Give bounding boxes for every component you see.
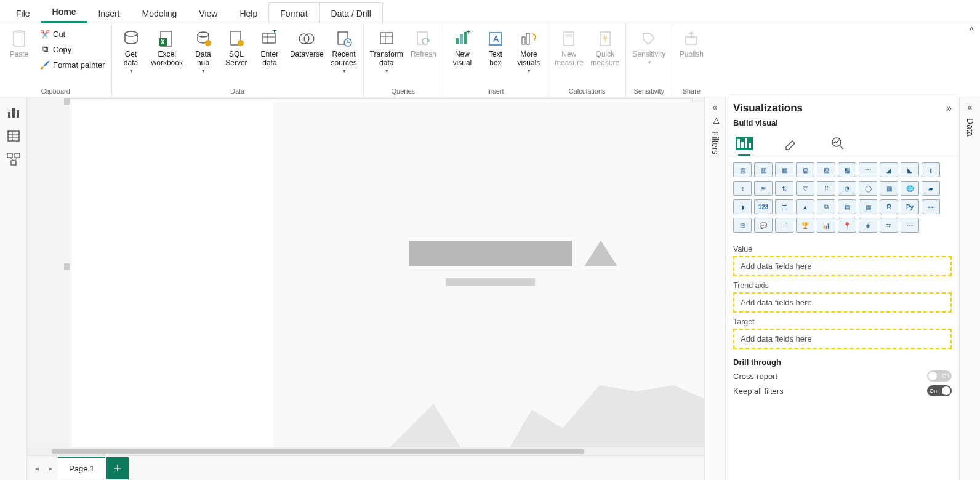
viz-line[interactable]: 〰 [859, 162, 877, 177]
add-page-button[interactable]: + [106, 457, 129, 479]
viz-goals[interactable]: 🏆 [796, 218, 814, 233]
svg-rect-0 [14, 31, 25, 46]
viz-100-column[interactable]: ▩ [838, 162, 856, 177]
viz-card[interactable]: 123 [754, 199, 773, 214]
viz-line-column[interactable]: ⫿ [922, 162, 940, 177]
trend-axis-well-dropzone[interactable]: Add data fields here [733, 292, 952, 313]
data-view-button[interactable] [7, 129, 20, 143]
tab-view[interactable]: View [188, 3, 228, 23]
target-well-dropzone[interactable]: Add data fields here [733, 329, 952, 349]
viz-100-bar[interactable]: ▨ [817, 162, 835, 177]
tab-insert[interactable]: Insert [87, 3, 131, 23]
viz-waterfall[interactable]: ⇅ [775, 181, 793, 196]
visual-placeholder[interactable] [273, 102, 704, 447]
viz-automate[interactable]: ⮓ [880, 218, 898, 233]
report-page[interactable] [70, 99, 692, 447]
new-visual-button[interactable]: +New visual [447, 27, 478, 69]
report-view-button[interactable] [7, 106, 20, 119]
copy-button[interactable]: ⧉Copy [37, 42, 108, 56]
viz-gauge[interactable]: ◗ [733, 199, 752, 214]
viz-map[interactable]: 🌐 [901, 181, 919, 196]
viz-arcgis[interactable]: 📍 [838, 218, 856, 233]
tab-format[interactable]: Format [268, 2, 319, 23]
text-box-button[interactable]: AText box [480, 27, 511, 69]
viz-stacked-column[interactable]: ▦ [775, 162, 793, 177]
enter-data-button[interactable]: +Enter data [254, 27, 285, 69]
format-painter-button[interactable]: 🖌️Format painter [37, 58, 108, 71]
viz-key-influencers[interactable]: ⊶ [922, 199, 940, 214]
viz-table[interactable]: ▤ [838, 199, 856, 214]
model-view-button[interactable] [7, 153, 20, 166]
viz-clustered-column[interactable]: ▧ [796, 162, 814, 177]
value-well-dropzone[interactable]: Add data fields here [733, 256, 952, 276]
report-canvas[interactable] [27, 97, 704, 447]
viz-matrix[interactable]: ▦ [859, 199, 877, 214]
viz-kpi[interactable]: ▲ [796, 199, 814, 214]
viz-powerapps[interactable]: ◈ [859, 218, 877, 233]
refresh-button[interactable]: Refresh [408, 27, 439, 60]
viz-slicer[interactable]: ⧉ [817, 199, 835, 214]
viz-clustered-bar[interactable]: ▥ [754, 162, 773, 177]
viz-pie[interactable]: ◔ [838, 181, 856, 196]
page-tab-1[interactable]: Page 1 [58, 457, 105, 479]
sensitivity-button[interactable]: Sensitivity▾ [630, 27, 668, 66]
tab-help[interactable]: Help [228, 3, 268, 23]
publish-button[interactable]: Publish [676, 27, 707, 60]
build-visual-tab[interactable] [733, 135, 755, 152]
tab-data-drill[interactable]: Data / Drill [319, 2, 383, 23]
recent-sources-button[interactable]: Recent sources▾ [329, 27, 359, 75]
scrollbar-thumb[interactable] [52, 449, 584, 454]
ruler-handle[interactable] [64, 263, 70, 270]
viz-treemap[interactable]: ▦ [880, 181, 898, 196]
data-expand-button[interactable]: « [968, 102, 973, 112]
viz-more[interactable]: ⋯ [901, 218, 919, 233]
visualizations-pane: Visualizations » Build visual ▤ ▥ ▦ ▧ ▨ … [725, 97, 959, 480]
get-data-button[interactable]: Get data▾ [116, 27, 147, 75]
quick-measure-button[interactable]: Quick measure [588, 27, 622, 69]
excel-workbook-button[interactable]: XExcel workbook [149, 27, 185, 69]
horizontal-scrollbar[interactable] [27, 447, 704, 455]
viz-funnel[interactable]: ▽ [796, 181, 814, 196]
paste-button[interactable]: Paste [4, 27, 34, 60]
ruler-handle[interactable] [64, 98, 70, 105]
data-hub-button[interactable]: Data hub▾ [188, 27, 219, 75]
viz-line-clustered[interactable]: ⫾ [733, 181, 752, 196]
keep-filters-toggle[interactable]: On [927, 385, 952, 396]
dataverse-button[interactable]: Dataverse [287, 27, 326, 60]
viz-decomposition[interactable]: ⊟ [733, 218, 752, 233]
viz-paginated[interactable]: 📊 [817, 218, 835, 233]
viz-stacked-area[interactable]: ◣ [901, 162, 919, 177]
refresh-icon [413, 28, 434, 49]
tab-modeling[interactable]: Modeling [131, 3, 188, 23]
chevron-down-icon: ▾ [202, 68, 205, 74]
viz-filled-map[interactable]: ▰ [922, 181, 940, 196]
viz-narrative[interactable]: 📄 [775, 218, 793, 233]
more-visuals-button[interactable]: More visuals▾ [513, 27, 544, 75]
viz-python[interactable]: Py [901, 199, 919, 214]
lightning-icon [595, 28, 616, 49]
viz-stacked-bar[interactable]: ▤ [733, 162, 752, 177]
ribbon-group-calculations: New measure Quick measure Calculations [548, 23, 626, 97]
viz-multi-card[interactable]: ☰ [775, 199, 793, 214]
format-visual-tab[interactable] [780, 135, 802, 152]
viz-qna[interactable]: 💬 [754, 218, 773, 233]
page-prev-button[interactable]: ◂ [31, 464, 43, 473]
sql-server-button[interactable]: SQL Server [221, 27, 252, 69]
ribbon-collapse-button[interactable]: ^ [963, 23, 980, 39]
viz-scatter[interactable]: ⠿ [817, 181, 835, 196]
tab-file[interactable]: File [5, 3, 41, 23]
viz-r[interactable]: R [880, 199, 898, 214]
analytics-tab[interactable] [827, 135, 849, 152]
viz-area[interactable]: ◢ [880, 162, 898, 177]
viz-ribbon[interactable]: ≋ [754, 181, 773, 196]
new-measure-button[interactable]: New measure [552, 27, 586, 69]
data-pane-label: Data [965, 116, 975, 137]
cross-report-toggle[interactable]: Off [927, 370, 952, 382]
visualizations-collapse-button[interactable]: » [946, 103, 952, 114]
page-next-button[interactable]: ▸ [44, 464, 57, 473]
transform-data-button[interactable]: Transform data▾ [367, 27, 406, 75]
cut-button[interactable]: ✂️Cut [37, 27, 108, 41]
viz-donut[interactable]: ◯ [859, 181, 877, 196]
filters-expand-button[interactable]: « [713, 102, 718, 112]
tab-home[interactable]: Home [41, 1, 87, 23]
